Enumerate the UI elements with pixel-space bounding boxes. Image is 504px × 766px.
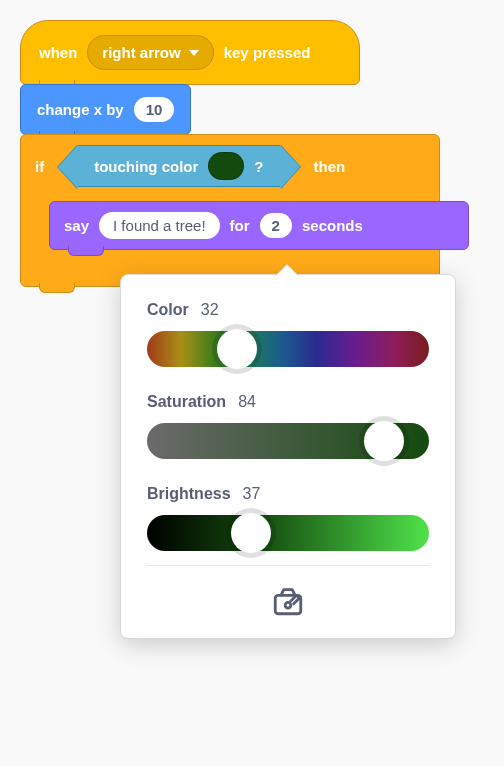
color-label: Color [147,301,189,319]
brightness-slider-thumb[interactable] [231,513,271,553]
color-swatch-input[interactable] [208,152,244,180]
brightness-label: Brightness [147,485,231,503]
saturation-value: 84 [238,393,256,411]
script-stack: when right arrow key pressed change x by… [20,20,484,287]
divider [147,565,429,566]
saturation-slider-thumb[interactable] [364,421,404,461]
say-for-label: for [230,217,250,234]
brightness-slider[interactable] [147,515,429,551]
say-text-input[interactable]: I found a tree! [99,212,220,239]
key-dropdown[interactable]: right arrow [87,35,213,70]
change-x-by-block[interactable]: change x by 10 [20,84,191,135]
change-x-value-input[interactable]: 10 [134,97,175,122]
eyedropper-button[interactable] [271,584,305,618]
chevron-down-icon [189,50,199,56]
svg-rect-0 [275,595,301,613]
touching-color-label: touching color [94,158,198,175]
when-label: when [39,44,77,61]
hue-gradient [147,331,429,367]
say-label: say [64,217,89,234]
key-dropdown-value: right arrow [102,44,180,61]
change-x-label: change x by [37,101,124,118]
color-picker-popover: Color 32 Saturation 84 Brightness 37 [120,274,456,639]
touching-color-condition[interactable]: touching color ? [78,145,279,187]
touching-color-suffix: ? [254,158,263,175]
color-slider-thumb[interactable] [217,329,257,369]
then-label: then [314,158,346,175]
when-key-pressed-block[interactable]: when right arrow key pressed [20,20,360,85]
saturation-label: Saturation [147,393,226,411]
color-slider-group: Color 32 [147,301,429,367]
brightness-value: 37 [243,485,261,503]
if-body: say I found a tree! for 2 seconds [39,197,439,258]
say-for-seconds-block[interactable]: say I found a tree! for 2 seconds [49,201,469,250]
brightness-slider-group: Brightness 37 [147,485,429,551]
if-then-block[interactable]: if touching color ? then say I found a t… [20,134,440,287]
brightness-gradient [147,515,429,551]
saturation-slider-group: Saturation 84 [147,393,429,459]
color-value: 32 [201,301,219,319]
say-seconds-input[interactable]: 2 [260,213,292,238]
if-head: if touching color ? then [21,135,439,197]
svg-point-1 [285,602,291,608]
saturation-slider[interactable] [147,423,429,459]
if-label: if [35,158,44,175]
key-pressed-label: key pressed [224,44,311,61]
eyedropper-icon [271,584,305,618]
say-seconds-label: seconds [302,217,363,234]
color-slider[interactable] [147,331,429,367]
